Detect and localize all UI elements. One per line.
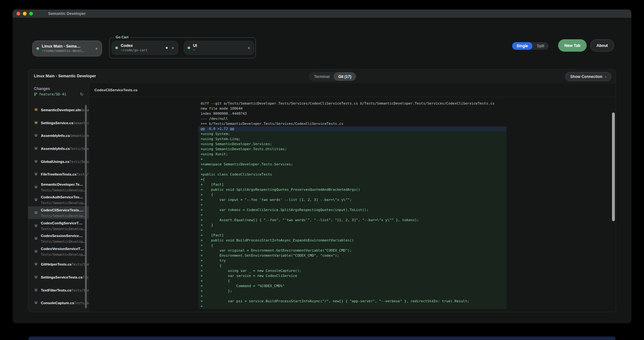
- changed-file-item[interactable]: UGitHelperTests.csTests/SemanticDevelop…: [28, 258, 89, 271]
- file-path: Tests/SemanticDevelop…: [41, 201, 85, 205]
- changed-file-item[interactable]: USettingsServiceTests.csTests/SemanticDe…: [28, 271, 89, 284]
- tab-group-label: Go Cart: [114, 35, 130, 39]
- diff-line-add: +{: [198, 177, 506, 182]
- file-path: Tests/SemanticDevelop…: [41, 227, 85, 231]
- diff-file-title: CodexCliServiceTests.cs: [94, 88, 138, 92]
- tab-ui[interactable]: UI ~ ×: [184, 41, 254, 55]
- diff-line-add: +namespace SemanticDeveloper.Tests.Servi…: [198, 162, 506, 167]
- diff-line-add: + public void SplitArgsRespectingQuotes_…: [198, 187, 506, 192]
- changed-file-item[interactable]: UCodexConfigServiceT…Tests/SemanticDevel…: [28, 219, 89, 232]
- diff-line-add: + {: [198, 243, 506, 248]
- diff-line-add: + var input = "--foo 'two words' --list …: [198, 197, 506, 202]
- layout-split-button[interactable]: Split: [532, 42, 549, 50]
- window-zoom-button[interactable]: [29, 12, 33, 16]
- session-status-dot: [115, 47, 118, 49]
- changed-file-item[interactable]: UFileTreeItemTests.csTests/SemanticDevel…: [28, 168, 89, 181]
- new-tab-button[interactable]: New Tab: [558, 39, 587, 52]
- file-name: AssemblyInfo.cs: [41, 134, 70, 138]
- tab-codex[interactable]: Codex ~/code/go-cart ×: [112, 41, 178, 55]
- diff-line-add: + Command = "%CODEX_CMD%": [198, 284, 506, 289]
- about-button[interactable]: About: [590, 39, 614, 52]
- session-title: Linux Main - Semantic Developer: [34, 74, 96, 78]
- changed-file-item[interactable]: UConsoleCapture.csTests/SemanticDevelop…: [28, 296, 89, 309]
- window-close-button[interactable]: [16, 12, 20, 16]
- refresh-icon[interactable]: ↻: [80, 92, 84, 97]
- layout-single-button[interactable]: Single: [512, 42, 532, 50]
- file-name: CodexCliServiceTests.…: [41, 208, 84, 212]
- diff-line-add: + public void BuildProcessStartInfoAsync…: [198, 238, 506, 243]
- diff-line-add: +: [198, 157, 506, 162]
- diff-line-add: +: [198, 228, 506, 233]
- changed-file-item[interactable]: MSettingsService.csSemanticDeveloper/Sem…: [28, 116, 89, 129]
- diff-line-add: + Assert.Equal(new[] { "--foo", "'two wo…: [198, 218, 506, 223]
- file-name: CodexConfigServiceT…: [41, 221, 82, 225]
- changes-title: Changes: [34, 87, 84, 91]
- diff-line-add: + var original = Environment.GetEnvironm…: [198, 248, 506, 253]
- titlebar: Semantic Developer: [13, 10, 631, 18]
- file-name: GlobalUsings.cs: [41, 160, 69, 164]
- activity-dot: [166, 47, 168, 49]
- file-status-badge: U: [34, 236, 38, 240]
- diff-line-add: + {: [198, 192, 506, 197]
- diff-line-meta: index 0000000..4440743: [198, 111, 506, 116]
- changed-file-item[interactable]: UAssemblyInfo.csSemanticDeveloper/Sem…: [28, 129, 89, 142]
- diff-scrollbar[interactable]: [612, 112, 615, 221]
- file-name: ConsoleCapture.cs: [41, 301, 74, 305]
- file-status-badge: U: [34, 262, 38, 266]
- file-status-badge: U: [34, 249, 38, 253]
- tab-terminal[interactable]: Terminal: [310, 72, 334, 81]
- diff-line-add: + };: [198, 289, 506, 294]
- changes-sidebar: Changes feature/SD-41 ↻ MSemanticDevelop…: [28, 83, 89, 312]
- changed-file-item[interactable]: UCodexCliServiceTests.…Tests/SemanticDev…: [28, 206, 89, 219]
- diff-line-meta: +++ b/Tests/SemanticDeveloper.Tests/Serv…: [198, 121, 506, 126]
- file-status-badge: M: [34, 108, 38, 112]
- diff-area: CodexCliServiceTests.cs diff --git a/Tes…: [89, 83, 616, 312]
- file-status-badge: U: [34, 172, 38, 176]
- changed-file-item[interactable]: UTextFilterTests.csTests/SemanticDevelop…: [28, 283, 89, 296]
- file-name: SettingsServiceTests.cs: [41, 275, 82, 279]
- file-name: SemanticDeveloper.sln: [41, 108, 81, 112]
- changed-file-item[interactable]: UAssemblyInfo.csTests/SemanticDevelop…: [28, 142, 89, 155]
- diff-line-add: +using Xunit;: [198, 152, 506, 157]
- diff-line-add: + {: [198, 279, 506, 284]
- file-status-badge: U: [34, 224, 38, 228]
- diff-line-add: +using System;: [198, 132, 506, 137]
- diff-line-add: + Environment.SetEnvironmentVariable("CO…: [198, 253, 506, 258]
- session-status-dot: [36, 47, 39, 50]
- diff-line-add: +: [198, 304, 506, 309]
- close-icon[interactable]: ×: [171, 46, 174, 50]
- session-status-dot: [188, 47, 190, 49]
- file-name: CodexAuthServiceTes…: [41, 195, 83, 199]
- changes-header: Changes feature/SD-41 ↻: [28, 83, 89, 96]
- tab-title: Codex: [121, 43, 163, 48]
- session-panel-header: Linux Main - Semantic Developer Terminal…: [28, 69, 616, 83]
- close-icon[interactable]: ×: [247, 46, 250, 50]
- diff-header: CodexCliServiceTests.cs: [89, 83, 616, 97]
- changed-file-item[interactable]: UCodexVersionServiceT…Tests/SemanticDeve…: [28, 245, 89, 258]
- file-status-badge: U: [34, 146, 38, 150]
- window-minimize-button[interactable]: [23, 12, 27, 16]
- diff-line-add: +using System.Linq;: [198, 137, 506, 142]
- diff-line-add: + {: [198, 263, 506, 268]
- changed-file-item[interactable]: UGlobalUsings.csTests/SemanticDevelop…: [28, 155, 89, 168]
- diff-line-add: +using SemanticDeveloper.Tests.Utilities…: [198, 147, 506, 152]
- chevron-right-icon: ›: [605, 74, 606, 79]
- file-status-badge: U: [34, 288, 38, 292]
- tab-path: ~/code/go-cart: [121, 48, 163, 52]
- changed-file-item[interactable]: UCodexSessionService…Tests/SemanticDevel…: [28, 232, 89, 245]
- diff-line-add: +: [198, 202, 506, 208]
- tab-linux-main[interactable]: Linux Main - Sema… ~/code/semantic-devel…: [32, 41, 102, 56]
- changed-file-item[interactable]: MSemanticDeveloper.slnSemanticDeveloper: [28, 103, 89, 116]
- show-connection-button[interactable]: Show Connection ›: [565, 72, 611, 81]
- diff-line-meta: new file mode 100644: [198, 106, 506, 111]
- diff-line-add: + try: [198, 258, 506, 263]
- file-name: GitHelperTests.cs: [41, 262, 72, 266]
- tab-git[interactable]: Git (17): [334, 73, 356, 80]
- close-icon[interactable]: ×: [95, 47, 98, 51]
- changed-file-item[interactable]: USemanticDeveloper.Te…Tests/SemanticDeve…: [28, 181, 89, 194]
- diff-line-meta: --- /dev/null: [198, 116, 506, 121]
- changed-file-item[interactable]: UCodexAuthServiceTes…Tests/SemanticDevel…: [28, 193, 89, 206]
- file-status-badge: U: [34, 275, 38, 279]
- sidebar-scrollbar[interactable]: [85, 105, 87, 308]
- diff-line-add: + }: [198, 223, 506, 228]
